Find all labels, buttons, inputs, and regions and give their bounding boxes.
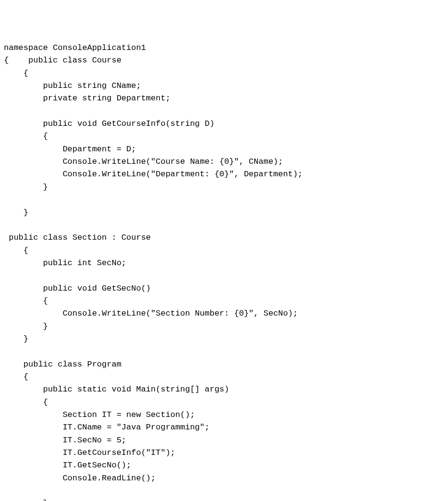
code-line: private string Department; [4, 94, 170, 103]
code-line: Console.WriteLine("Department: {0}", Dep… [4, 170, 303, 179]
code-line: } [4, 499, 48, 501]
code-line: public static void Main(string[] args) [4, 385, 229, 394]
code-block: namespace ConsoleApplication1 { public c… [4, 42, 448, 501]
code-line: public int SecNo; [4, 258, 126, 268]
code-line: Department = D; [4, 145, 136, 154]
code-line: IT.CName = "Java Programming"; [4, 423, 209, 432]
code-line: public void GetSecNo() [4, 284, 151, 293]
code-line: IT.GetSecNo(); [4, 461, 131, 470]
code-line: { [4, 372, 28, 381]
code-line: Console.ReadLine(); [4, 474, 156, 483]
code-line: IT.GetCourseInfo("IT"); [4, 448, 175, 457]
code-line: { public class Course [4, 56, 121, 65]
code-line: namespace ConsoleApplication1 [4, 43, 146, 52]
code-line: { [4, 132, 48, 141]
code-line: { [4, 398, 48, 407]
code-line: public string CName; [4, 81, 141, 90]
code-line: Section IT = new Section(); [4, 410, 195, 419]
code-line: } [4, 322, 48, 331]
code-line: { [4, 246, 28, 255]
code-line: { [4, 69, 28, 78]
code-line: } [4, 183, 48, 192]
code-line: Console.WriteLine("Section Number: {0}",… [4, 309, 298, 318]
code-line: public class Program [4, 360, 121, 369]
code-line: Console.WriteLine("Course Name: {0}", CN… [4, 157, 283, 166]
code-line: { [4, 296, 48, 305]
code-line: } [4, 208, 28, 217]
code-line: public void GetCourseInfo(string D) [4, 119, 215, 128]
code-line: } [4, 334, 28, 343]
code-line: IT.SecNo = 5; [4, 436, 126, 445]
code-line: public class Section : Course [4, 233, 151, 242]
